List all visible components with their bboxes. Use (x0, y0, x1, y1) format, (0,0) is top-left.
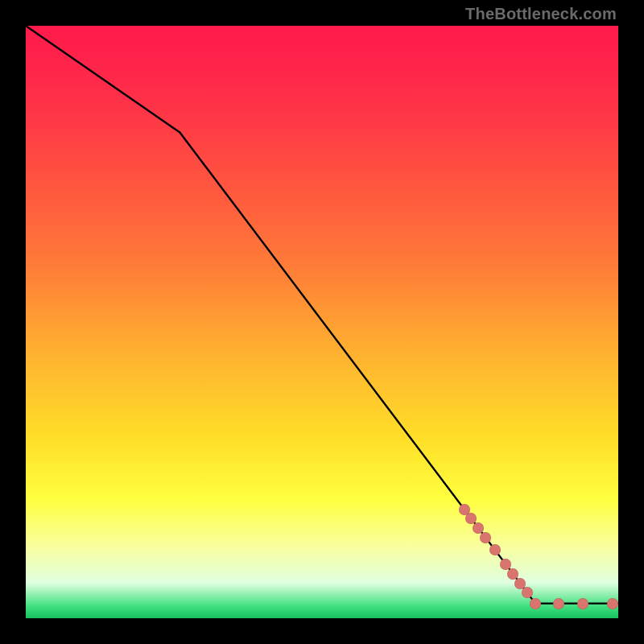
data-point (480, 532, 491, 543)
scatter-points-layer (26, 26, 618, 618)
watermark-text: TheBottleneck.com (465, 5, 617, 23)
data-point (507, 568, 518, 580)
data-point (489, 544, 501, 555)
data-point (577, 598, 588, 609)
data-point (553, 598, 564, 609)
data-point (522, 587, 533, 598)
plot-area (26, 26, 618, 618)
chart-stage: TheBottleneck.com (0, 0, 644, 644)
data-point (607, 598, 618, 609)
data-point (530, 598, 541, 609)
